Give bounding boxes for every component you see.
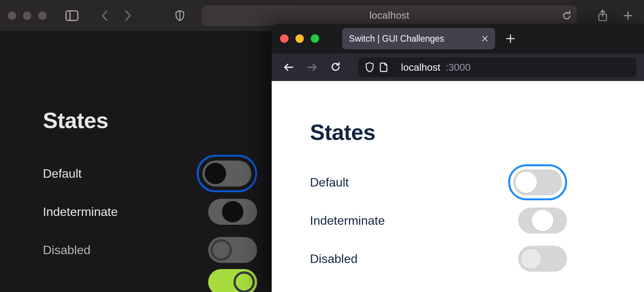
switch-disabled — [518, 246, 567, 272]
firefox-traffic-lights — [280, 34, 319, 43]
switch-thumb — [210, 239, 232, 261]
state-row-default: Default — [310, 163, 567, 201]
state-label: Default — [310, 175, 349, 190]
state-label: Disabled — [43, 243, 91, 257]
reload-button[interactable] — [327, 58, 345, 76]
safari-address-bar[interactable]: localhost — [202, 5, 577, 26]
back-button[interactable] — [96, 7, 113, 24]
forward-button[interactable] — [303, 58, 321, 76]
firefox-window: Switch | GUI Challenges localhost — [272, 24, 644, 292]
focus-ring — [197, 155, 257, 192]
switch-thumb — [515, 172, 537, 193]
state-label: Disabled — [310, 252, 358, 266]
back-button[interactable] — [279, 58, 298, 76]
safari-traffic-lights — [8, 11, 47, 20]
firefox-address-bar[interactable]: localhost:3000 — [358, 57, 636, 77]
url-host: localhost — [401, 62, 440, 73]
switch-default[interactable] — [513, 169, 562, 195]
switch-indeterminate[interactable] — [208, 199, 257, 225]
shield-icon[interactable] — [171, 7, 188, 24]
window-zoom-dot[interactable] — [38, 11, 47, 20]
window-zoom-dot[interactable] — [311, 34, 319, 43]
switch-default[interactable] — [202, 161, 251, 187]
reload-icon[interactable] — [562, 11, 571, 21]
state-row-disabled: Disabled — [43, 231, 257, 269]
switch-indeterminate[interactable] — [518, 208, 567, 234]
safari-right-controls — [594, 7, 636, 24]
page-title: States — [310, 119, 606, 145]
switch-thumb — [532, 210, 553, 231]
window-minimize-dot[interactable] — [23, 11, 31, 20]
browser-tab[interactable]: Switch | GUI Challenges — [342, 28, 495, 49]
close-icon[interactable] — [481, 35, 488, 42]
tab-title: Switch | GUI Challenges — [349, 34, 444, 44]
switch-thumb — [520, 248, 542, 269]
state-row-disabled: Disabled — [310, 240, 567, 278]
sidebar-toggle-button[interactable] — [64, 7, 80, 24]
switch-thumb — [222, 201, 243, 222]
switch-thumb — [233, 271, 255, 292]
switch-disabled — [208, 237, 257, 263]
state-row-checked-partial: x — [43, 269, 257, 292]
forward-button[interactable] — [119, 7, 136, 24]
new-tab-icon[interactable] — [620, 7, 636, 24]
state-row-indeterminate: Indeterminate — [310, 201, 567, 240]
state-label: Indeterminate — [310, 214, 385, 228]
share-icon[interactable] — [594, 7, 611, 24]
state-label: Default — [43, 167, 82, 181]
window-close-dot[interactable] — [8, 11, 16, 20]
url-port: :3000 — [446, 62, 471, 73]
state-row-default: Default — [43, 154, 257, 193]
page-icon — [380, 62, 388, 72]
safari-url-text: localhost — [369, 10, 409, 21]
shield-icon[interactable] — [365, 62, 374, 73]
window-close-dot[interactable] — [280, 34, 289, 43]
state-label: Indeterminate — [43, 205, 118, 219]
state-row-indeterminate: Indeterminate — [43, 193, 257, 231]
switch-thumb — [205, 163, 226, 184]
firefox-toolbar: localhost:3000 — [272, 54, 644, 81]
focus-ring — [508, 164, 567, 200]
window-minimize-dot[interactable] — [295, 34, 304, 43]
new-tab-button[interactable] — [503, 31, 518, 46]
firefox-tabstrip: Switch | GUI Challenges — [272, 24, 644, 54]
svg-rect-0 — [66, 11, 78, 20]
firefox-page-content: States Default Indeterminate Disabled — [272, 81, 644, 292]
switch-disabled-checked — [208, 269, 257, 292]
